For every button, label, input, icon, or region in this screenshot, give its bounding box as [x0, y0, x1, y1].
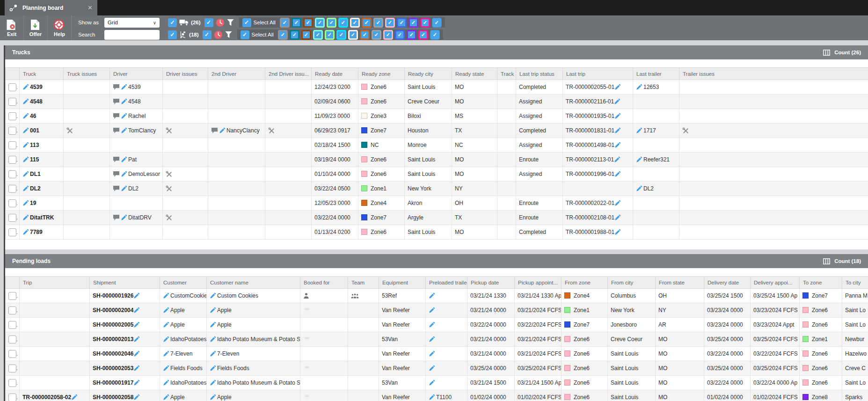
- filter-funnel-icon[interactable]: [225, 31, 232, 38]
- column-header-blank[interactable]: [6, 68, 20, 80]
- edit-pencil-icon[interactable]: [22, 200, 29, 206]
- search-input[interactable]: [104, 30, 160, 40]
- show-as-dropdown[interactable]: Grid ∨: [104, 18, 160, 28]
- edit-pencil-icon[interactable]: [22, 229, 29, 235]
- edit-pencil-icon[interactable]: [429, 379, 435, 386]
- edit-pencil-icon[interactable]: [429, 307, 435, 314]
- cell-select[interactable]: .: [6, 211, 20, 225]
- column-header-truck-issues[interactable]: Truck issues: [64, 68, 110, 80]
- cell-select[interactable]: .: [6, 124, 20, 138]
- column-header-equipment[interactable]: Equipment: [379, 277, 426, 289]
- cell-select[interactable]: .: [6, 167, 20, 182]
- loads-filter-checkbox[interactable]: ✓: [168, 30, 177, 39]
- column-header-truck[interactable]: Truck: [20, 68, 64, 80]
- edit-pencil-icon[interactable]: [614, 229, 621, 235]
- zone-filter-checkbox[interactable]: ✓: [383, 30, 393, 40]
- cell-select[interactable]: .: [6, 182, 20, 196]
- help-button[interactable]: Help: [48, 15, 72, 40]
- edit-pencil-icon[interactable]: [219, 127, 226, 134]
- cell-select[interactable]: .: [6, 318, 20, 332]
- edit-pencil-icon[interactable]: [133, 379, 140, 386]
- column-header-ready-state[interactable]: Ready state: [452, 68, 497, 80]
- cell-select[interactable]: .: [6, 153, 20, 167]
- edit-pencil-icon[interactable]: [210, 307, 216, 314]
- trucks-filter-checkbox-2[interactable]: ✓: [204, 18, 213, 27]
- column-header-delivery-date[interactable]: Delivery date: [704, 277, 751, 289]
- column-header-pickup-date[interactable]: Pickup date: [467, 277, 515, 289]
- edit-pencil-icon[interactable]: [163, 379, 169, 386]
- row-checkbox[interactable]: [8, 127, 16, 135]
- edit-pencil-icon[interactable]: [210, 292, 216, 299]
- row-checkbox[interactable]: [8, 170, 16, 178]
- column-header-from-city[interactable]: From city: [608, 277, 656, 289]
- edit-pencil-icon[interactable]: [163, 336, 169, 343]
- column-header-2nd-driver[interactable]: 2nd Driver: [208, 68, 265, 80]
- edit-pencil-icon[interactable]: [210, 379, 216, 386]
- edit-pencil-icon[interactable]: [163, 307, 169, 314]
- edit-pencil-icon[interactable]: [163, 292, 169, 299]
- zone-filter-checkbox[interactable]: ✓: [385, 18, 395, 28]
- column-header-from-zone[interactable]: From zone: [562, 277, 608, 289]
- column-header-driver[interactable]: Driver: [110, 68, 163, 80]
- clock-icon[interactable]: [214, 30, 223, 39]
- row-checkbox[interactable]: [8, 98, 16, 106]
- edit-pencil-icon[interactable]: [614, 127, 621, 134]
- zone-filter-checkbox[interactable]: ✓: [278, 30, 288, 40]
- edit-pencil-icon[interactable]: [429, 292, 435, 299]
- edit-pencil-icon[interactable]: [210, 321, 216, 328]
- trucks-select-all-checkbox[interactable]: ✓: [242, 18, 251, 27]
- column-header-to-city[interactable]: To city: [842, 277, 868, 289]
- comment-bubble-icon[interactable]: [113, 214, 120, 221]
- edit-pencil-icon[interactable]: [121, 185, 127, 192]
- edit-pencil-icon[interactable]: [121, 214, 127, 221]
- row-checkbox[interactable]: [8, 292, 16, 300]
- zone-filter-checkbox[interactable]: ✓: [336, 30, 346, 40]
- edit-pencil-icon[interactable]: [210, 336, 216, 343]
- zone-filter-checkbox[interactable]: ✓: [348, 30, 358, 40]
- zone-filter-checkbox[interactable]: ✓: [418, 30, 428, 40]
- column-header-delivery-appoi[interactable]: Delivery appoi...: [751, 277, 800, 289]
- cell-select[interactable]: .: [6, 347, 20, 361]
- column-header-ready-city[interactable]: Ready city: [405, 68, 452, 80]
- row-checkbox[interactable]: [8, 350, 16, 358]
- row-checkbox[interactable]: [8, 156, 16, 164]
- edit-pencil-icon[interactable]: [22, 142, 29, 148]
- cell-select[interactable]: .: [6, 109, 20, 124]
- cell-select[interactable]: .: [6, 390, 20, 401]
- edit-pencil-icon[interactable]: [614, 171, 621, 177]
- edit-pencil-icon[interactable]: [429, 365, 435, 372]
- comment-bubble-icon[interactable]: [113, 171, 120, 177]
- row-checkbox[interactable]: [8, 141, 16, 149]
- edit-pencil-icon[interactable]: [121, 113, 127, 119]
- zone-filter-checkbox[interactable]: ✓: [350, 18, 360, 28]
- zone-filter-checkbox[interactable]: ✓: [360, 30, 370, 40]
- edit-pencil-icon[interactable]: [22, 113, 29, 119]
- column-header-to-zone[interactable]: To zone: [800, 277, 842, 289]
- comment-bubble-icon[interactable]: [113, 113, 120, 119]
- edit-pencil-icon[interactable]: [636, 185, 642, 192]
- row-checkbox[interactable]: [8, 379, 16, 387]
- cell-select[interactable]: .: [6, 196, 20, 211]
- comment-bubble-icon[interactable]: [113, 127, 120, 134]
- edit-pencil-icon[interactable]: [614, 200, 621, 206]
- edit-pencil-icon[interactable]: [133, 292, 140, 299]
- cell-select[interactable]: .: [6, 376, 20, 390]
- zone-filter-checkbox[interactable]: ✓: [313, 30, 323, 40]
- zone-filter-checkbox[interactable]: ✓: [362, 18, 372, 28]
- edit-pencil-icon[interactable]: [636, 127, 642, 134]
- edit-pencil-icon[interactable]: [210, 365, 216, 372]
- column-header-2nd-driver-issu[interactable]: 2nd Driver issu...: [265, 68, 312, 80]
- zone-filter-checkbox[interactable]: ✓: [373, 18, 383, 28]
- zone-filter-checkbox[interactable]: ✓: [325, 30, 335, 40]
- edit-pencil-icon[interactable]: [429, 350, 435, 357]
- comment-bubble-icon[interactable]: [113, 98, 120, 105]
- column-header-pickup-appoint[interactable]: Pickup appoint...: [515, 277, 562, 289]
- zone-filter-checkbox[interactable]: ✓: [372, 30, 381, 40]
- edit-pencil-icon[interactable]: [71, 394, 78, 401]
- column-header-track[interactable]: Track: [497, 68, 516, 80]
- row-checkbox[interactable]: [8, 335, 16, 343]
- edit-pencil-icon[interactable]: [163, 394, 169, 401]
- column-header-last-trip-status[interactable]: Last trip status: [516, 68, 563, 80]
- row-checkbox[interactable]: [8, 112, 16, 120]
- edit-pencil-icon[interactable]: [163, 321, 169, 328]
